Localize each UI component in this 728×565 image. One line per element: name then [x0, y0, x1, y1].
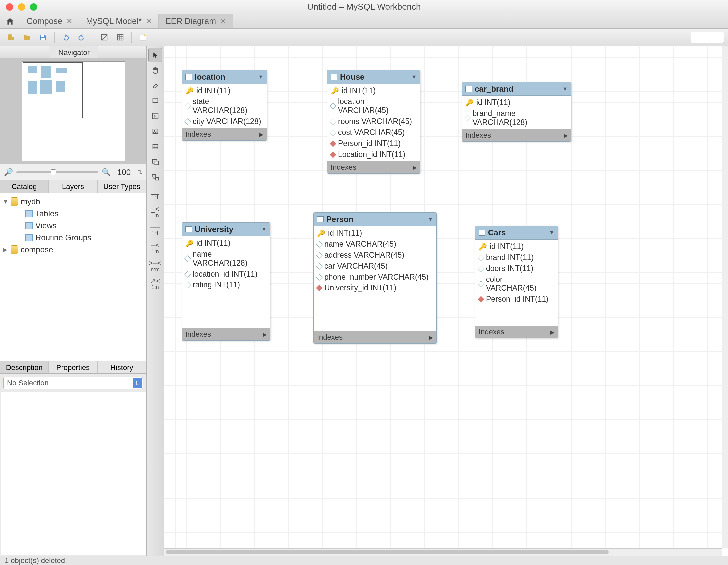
chevron-right-icon[interactable]: ▶	[429, 334, 433, 341]
close-icon[interactable]: ✕	[220, 17, 226, 26]
close-icon[interactable]: ✕	[66, 17, 72, 26]
entity-person[interactable]: Person▼ 🔑id INT(11) name VARCHAR(45) add…	[313, 212, 437, 344]
entity-cars[interactable]: Cars▼ 🔑id INT(11) brand INT(11) doors IN…	[475, 226, 558, 338]
navigator-tab[interactable]: Navigator	[50, 46, 98, 58]
status-bar: 1 object(s) deleted.	[0, 556, 728, 565]
svg-rect-15	[153, 144, 158, 149]
chevron-right-icon[interactable]: ▶	[564, 133, 568, 139]
tab-properties[interactable]: Properties	[49, 361, 97, 373]
selection-dropdown[interactable]: No Selection ⇅	[3, 377, 143, 389]
tree-label: mydb	[21, 197, 40, 206]
relation-n-m-tool[interactable]: >─<n:m	[148, 258, 162, 274]
tree-db-compose[interactable]: ▶ compose	[2, 244, 144, 256]
tree-label: Views	[35, 221, 57, 230]
home-icon[interactable]	[0, 17, 20, 26]
disclosure-icon[interactable]: ▼	[3, 198, 8, 205]
entity-name: car_brand	[475, 84, 560, 94]
toggle-grid-button[interactable]	[97, 31, 111, 44]
tree-item-views[interactable]: Views	[2, 220, 144, 232]
new-model-button[interactable]	[136, 31, 150, 44]
pointer-tool[interactable]	[148, 48, 162, 62]
tab-compose[interactable]: Compose ✕	[20, 14, 79, 28]
zoom-out-icon[interactable]: 🔎	[4, 168, 13, 177]
table-icon	[331, 74, 337, 80]
chevron-right-icon[interactable]: ▶	[263, 331, 267, 338]
close-window-button[interactable]	[6, 3, 13, 11]
chevron-right-icon[interactable]: ▶	[259, 132, 263, 138]
tab-history[interactable]: History	[98, 361, 146, 373]
minimize-window-button[interactable]	[18, 3, 25, 11]
entity-house[interactable]: House▼ 🔑id INT(11) location VARCHAR(45) …	[327, 70, 420, 174]
chevron-right-icon[interactable]: ▶	[413, 164, 417, 171]
tab-catalog[interactable]: Catalog	[0, 180, 49, 193]
diagram-canvas[interactable]: location▼ 🔑id INT(11) state VARCHAR(128)…	[164, 46, 728, 556]
routine-groups-icon	[25, 234, 33, 241]
relation-1-1-non-id-tool[interactable]: ⎯⎯1:1	[148, 186, 162, 202]
chevron-down-icon[interactable]: ▼	[549, 230, 554, 236]
relation-1-n-pick-tool[interactable]: ↗<1:n	[148, 276, 162, 292]
save-button[interactable]	[36, 31, 50, 44]
image-tool[interactable]	[148, 125, 162, 139]
layer-tool[interactable]	[148, 94, 162, 108]
zoom-stepper-icon[interactable]: ⇅	[137, 169, 142, 176]
eraser-tool[interactable]	[148, 79, 162, 93]
toolbar	[0, 29, 728, 46]
chevron-down-icon[interactable]: ▼	[261, 226, 267, 232]
chevron-down-icon[interactable]: ▼	[428, 216, 433, 222]
new-file-button[interactable]	[4, 31, 18, 44]
table-tool[interactable]	[148, 140, 162, 154]
note-tool[interactable]: N	[148, 109, 162, 123]
column-icon	[316, 274, 323, 281]
tab-eer-diagram[interactable]: EER Diagram ✕	[159, 14, 233, 28]
routine-group-tool[interactable]	[148, 170, 162, 184]
column-icon	[478, 254, 484, 261]
chevron-down-icon[interactable]: ▼	[562, 86, 568, 92]
svg-rect-4	[118, 34, 123, 40]
tree-db-mydb[interactable]: ▼ mydb	[2, 196, 144, 208]
minimap[interactable]	[0, 58, 146, 164]
svg-rect-22	[155, 178, 158, 180]
open-file-button[interactable]	[20, 31, 34, 44]
chevron-right-icon[interactable]: ▶	[550, 329, 554, 335]
views-icon	[25, 222, 33, 229]
tab-description[interactable]: Description	[0, 361, 49, 373]
entity-car-brand[interactable]: car_brand▼ 🔑id INT(11) brand_name VARCHA…	[462, 82, 571, 142]
relation-1-1-id-tool[interactable]: ──1:1	[148, 222, 162, 238]
tab-label: MySQL Model*	[86, 16, 142, 26]
chevron-down-icon[interactable]: ▼	[411, 74, 417, 80]
view-tool[interactable]	[148, 155, 162, 169]
redo-button[interactable]	[75, 31, 89, 44]
navigator-tab-row: Navigator	[0, 46, 146, 58]
column-icon	[184, 103, 191, 109]
table-icon	[317, 216, 324, 222]
zoom-in-icon[interactable]: 🔍	[102, 168, 111, 177]
undo-button[interactable]	[59, 31, 73, 44]
status-text: 1 object(s) deleted.	[5, 556, 67, 565]
entity-columns: 🔑id INT(11) state VARCHAR(128) city VARC…	[182, 84, 267, 129]
chevron-down-icon[interactable]: ▼	[258, 74, 263, 80]
entity-university[interactable]: University▼ 🔑id INT(11) name VARCHAR(128…	[182, 222, 270, 341]
relation-1-n-non-id-tool[interactable]: ⎯<1:n	[148, 204, 162, 220]
tree-item-routine-groups[interactable]: Routine Groups	[2, 232, 144, 244]
hand-tool[interactable]	[148, 63, 162, 77]
close-icon[interactable]: ✕	[146, 17, 152, 26]
relation-1-n-id-tool[interactable]: ─<1:n	[148, 240, 162, 256]
tab-layers[interactable]: Layers	[49, 180, 97, 193]
tab-user-types[interactable]: User Types	[98, 180, 146, 193]
disclosure-icon[interactable]: ▶	[3, 246, 8, 253]
maximize-window-button[interactable]	[30, 3, 37, 11]
description-area[interactable]	[1, 392, 146, 555]
fk-icon	[316, 285, 323, 291]
tree-item-tables[interactable]: Tables	[2, 208, 144, 220]
zoom-slider[interactable]	[16, 171, 98, 173]
side-tabs: Catalog Layers User Types	[0, 180, 146, 193]
horizontal-scrollbar[interactable]	[164, 548, 722, 556]
align-button[interactable]	[113, 31, 127, 44]
vertical-scrollbar[interactable]	[722, 46, 728, 548]
pk-icon: 🔑	[185, 239, 194, 247]
minimap-canvas	[22, 61, 125, 161]
zoom-value: 100	[114, 168, 134, 177]
tab-mysql-model[interactable]: MySQL Model* ✕	[79, 14, 159, 28]
search-input[interactable]	[691, 32, 724, 43]
entity-location[interactable]: location▼ 🔑id INT(11) state VARCHAR(128)…	[182, 70, 267, 141]
